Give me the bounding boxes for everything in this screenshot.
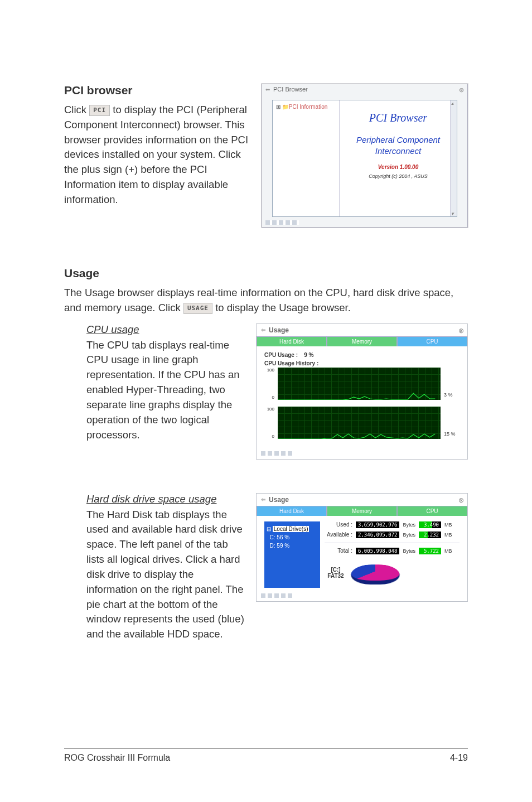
hdd-used-label: Used :: [325, 521, 352, 528]
unit-bytes: Bytes: [403, 522, 415, 528]
hdd-tree-root[interactable]: Local Drive(s): [273, 526, 309, 532]
hdd-total-label: Total :: [325, 548, 352, 554]
hdd-used-mb: 3,490: [419, 521, 441, 528]
window-grip: [265, 220, 299, 225]
hdd-usage-heading: Hard disk drive space usage: [86, 493, 245, 505]
hdd-tree-c[interactable]: C: 56 %: [270, 534, 290, 540]
window-grip: [261, 593, 294, 598]
hdd-pie-chart: [346, 564, 404, 584]
close-icon[interactable]: ⊗: [459, 86, 464, 94]
cpu-usage-heading: CPU usage: [86, 323, 245, 336]
tabs: Hard Disk Memory CPU: [257, 506, 467, 516]
cpu-window-title: Usage: [257, 324, 467, 336]
hdd-window-title: Usage: [257, 494, 467, 506]
scrollbar[interactable]: [450, 100, 457, 216]
footer-left: ROG Crosshair III Formula: [64, 753, 170, 763]
pci-content-heading: PCI Browser: [344, 112, 452, 124]
tab-hard-disk[interactable]: Hard Disk: [257, 336, 327, 346]
tab-cpu[interactable]: CPU: [397, 506, 467, 516]
cpu-graph-2: [278, 407, 441, 439]
usage-text-after: to display the Usage browser.: [215, 302, 351, 313]
pci-content-sub2: Interconnect: [344, 146, 452, 157]
unit-mb: MB: [444, 522, 452, 528]
pci-version: Version 1.00.00: [344, 164, 452, 170]
hdd-drive-tree[interactable]: ⊟ Local Drive(s) C: 56 % D: 59 %: [264, 521, 320, 588]
unit-mb: MB: [444, 548, 452, 554]
hdd-avail-mb: 2,232: [419, 532, 441, 538]
pci-text-before: Click: [64, 104, 89, 115]
pci-section-text: Click PCI to display the PCI (Peripheral…: [64, 103, 250, 207]
tab-memory[interactable]: Memory: [327, 336, 397, 346]
cpu-usage-text: The CPU tab displays real-time CPU usage…: [86, 338, 245, 443]
cpu-graph-1-pct: 3 %: [444, 368, 460, 398]
usage-icon-button: USAGE: [183, 303, 212, 314]
pci-window-title: PCI Browser: [262, 84, 467, 94]
footer-right: 4-19: [450, 753, 468, 763]
cpu-graph-2-pct: 15 %: [444, 407, 460, 437]
hdd-total-bytes: 6,005,998,048: [356, 548, 399, 554]
cpu-usage-value: 9 %: [304, 352, 313, 358]
hdd-row-total: Total : 6,005,998,048 Bytes 5,722 MB: [325, 548, 460, 554]
cpu-usage-label: CPU Usage :: [264, 352, 298, 358]
hdd-details: Used : 3,659,902,976 Bytes 3,490 MB Avai…: [325, 521, 467, 588]
hdd-used-bytes: 3,659,902,976: [356, 521, 399, 528]
pci-content: PCI Browser Peripheral Component Interco…: [340, 100, 457, 216]
hdd-usage-window: Usage ⊗ Hard Disk Memory CPU ⊟ Local Dri…: [256, 493, 468, 602]
tab-hard-disk[interactable]: Hard Disk: [257, 506, 327, 516]
tab-memory[interactable]: Memory: [327, 506, 397, 516]
pci-icon-button: PCI: [89, 105, 110, 116]
pci-section-title: PCI browser: [64, 84, 250, 97]
hdd-avail-bytes: 2,346,095,072: [356, 532, 399, 538]
hdd-total-mb: 5,722: [419, 548, 441, 554]
hdd-row-used: Used : 3,659,902,976 Bytes 3,490 MB: [325, 521, 460, 528]
pci-browser-window: PCI Browser ⊗ ⊞ 📁PCI Information PCI Bro…: [262, 84, 468, 228]
hdd-fs-label: [C:] FAT32: [325, 567, 347, 579]
unit-bytes: Bytes: [403, 548, 415, 554]
unit-mb: MB: [444, 532, 452, 538]
usage-section-text: The Usage browser displays real-time inf…: [64, 286, 468, 316]
close-icon[interactable]: ⊗: [458, 496, 464, 504]
cpu-graph-1: [278, 368, 441, 400]
pci-tree[interactable]: ⊞ 📁PCI Information: [273, 100, 340, 216]
pci-text-after: to display the PCI (Peripheral Component…: [64, 104, 248, 205]
hdd-usage-text: The Hard Disk tab displays the used and …: [86, 508, 245, 642]
usage-section-title: Usage: [64, 267, 468, 280]
cpu-history-label: CPU Usage History :: [264, 360, 460, 366]
unit-bytes: Bytes: [403, 532, 415, 538]
tabs: Hard Disk Memory CPU: [257, 336, 467, 346]
page-footer: ROG Crosshair III Formula 4-19: [64, 748, 468, 763]
hdd-row-available: Available : 2,346,095,072 Bytes 2,232 MB: [325, 532, 460, 538]
close-icon[interactable]: ⊗: [458, 327, 464, 335]
pci-content-sub1: Peripheral Component: [344, 134, 452, 146]
window-grip: [261, 451, 294, 456]
cpu-y-axis: 1000: [264, 407, 274, 439]
pci-copyright: Copyright (c) 2004 , ASUS: [344, 173, 452, 179]
hdd-avail-label: Available :: [325, 532, 352, 538]
tab-cpu[interactable]: CPU: [397, 336, 467, 346]
cpu-y-axis: 1000: [264, 368, 274, 400]
pci-tree-root: PCI Information: [289, 104, 327, 110]
hdd-tree-d[interactable]: D: 59 %: [270, 543, 290, 549]
cpu-usage-window: Usage ⊗ Hard Disk Memory CPU CPU Usage :…: [256, 323, 468, 460]
